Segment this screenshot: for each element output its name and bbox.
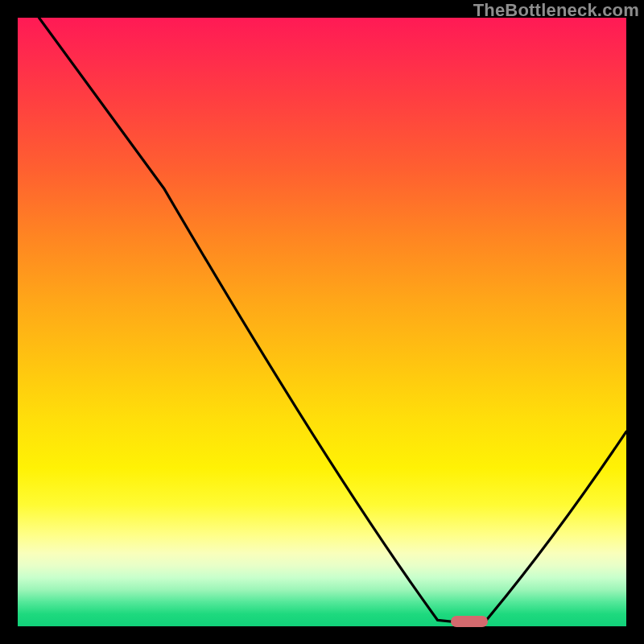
watermark-text: TheBottleneck.com <box>473 0 639 21</box>
plot-area <box>18 18 626 626</box>
bottleneck-curve <box>18 18 626 626</box>
chart-frame: TheBottleneck.com <box>0 0 644 644</box>
optimum-marker <box>451 616 488 627</box>
